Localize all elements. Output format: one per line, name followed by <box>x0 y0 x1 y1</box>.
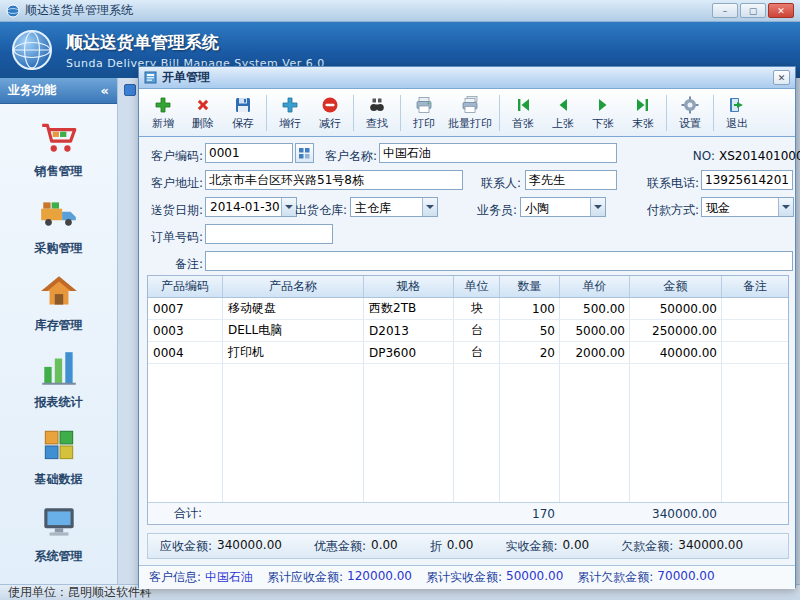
delivery-date-label: 送货日期: <box>145 200 203 220</box>
salesman-label: 业务员: <box>469 200 517 220</box>
sidebar-item-basedata[interactable]: 基础数据 <box>9 418 109 495</box>
dialog-close-button[interactable]: ✕ <box>773 70 790 85</box>
toolbar-add-row-button[interactable]: 增行 <box>270 92 310 134</box>
warehouse-select[interactable]: 主仓库 <box>350 197 438 217</box>
toolbar-next-button[interactable]: 下张 <box>583 92 623 134</box>
total-quantity: 170 <box>500 503 560 524</box>
window-title: 顺达送货单管理系统 <box>25 2 133 19</box>
sidebar-item-reports[interactable]: 报表统计 <box>9 341 109 418</box>
delete-icon <box>193 95 213 115</box>
statusbar-company-text: 使用单位：昆明顺达软件科 <box>8 584 152 600</box>
grid-lookup-icon <box>299 148 310 159</box>
customer-name-input[interactable] <box>379 143 617 163</box>
summary-label: 实收金额: <box>505 538 557 555</box>
table-row[interactable]: 0004 打印机 DP3600 台 20 2000.00 40000.00 <box>148 342 788 364</box>
dialog-titlebar: 开单管理 ✕ <box>139 67 795 89</box>
toolbar-print-button[interactable]: 打印 <box>404 92 444 134</box>
bill-form: 客户编码: 客户名称: NO: XS2014010001 客户地址: 联系人: … <box>139 137 795 275</box>
status-segment: 累计应收金额: 120000.00 <box>267 569 412 586</box>
sidebar-item-system[interactable]: 系统管理 <box>9 495 109 572</box>
close-button[interactable]: ✕ <box>768 3 794 18</box>
column-header: 金额 <box>630 276 722 297</box>
sidebar-item-inventory[interactable]: 库存管理 <box>9 264 109 341</box>
column-header: 数量 <box>500 276 560 297</box>
form-icon <box>144 71 157 84</box>
toolbar-first-button[interactable]: 首张 <box>503 92 543 134</box>
cell-unit: 台 <box>454 342 500 363</box>
toolbar-save-button[interactable]: 保存 <box>223 92 263 134</box>
summary-label: 折 <box>430 538 442 555</box>
contact-input[interactable] <box>525 170 617 190</box>
customer-code-input[interactable] <box>205 143 293 163</box>
cell-quantity: 20 <box>500 342 560 363</box>
find-icon <box>367 95 387 115</box>
toolbar-batch-print-button[interactable]: 批量打印 <box>444 92 496 134</box>
status-label: 客户信息: <box>149 569 201 586</box>
status-label: 累计应收金额: <box>267 569 343 586</box>
summary-value: 0.00 <box>371 538 398 555</box>
cell-remark <box>722 298 788 319</box>
cell-remark <box>722 320 788 341</box>
sidebar-title: 业务功能 <box>8 82 56 99</box>
toolbar-remove-row-button[interactable]: 减行 <box>310 92 350 134</box>
toolbar-separator <box>353 95 354 131</box>
toolbar-prev-button[interactable]: 上张 <box>543 92 583 134</box>
sidebar-collapse-button[interactable]: « <box>101 83 109 98</box>
customer-address-input[interactable] <box>205 170 463 190</box>
cell-amount: 50000.00 <box>630 298 722 319</box>
cell-unit: 块 <box>454 298 500 319</box>
window-controls: – ▢ ✕ <box>712 3 794 18</box>
computer-icon <box>38 502 80 544</box>
delivery-date-picker[interactable]: 2014-01-30 <box>205 197 297 217</box>
order-no-label: 订单号码: <box>145 227 203 247</box>
maximize-button[interactable]: ▢ <box>740 3 766 18</box>
sidebar-items: 销售管理 采购管理 库存管理 报表统计 <box>0 104 117 572</box>
column-header: 单位 <box>454 276 500 297</box>
cell-spec: DP3600 <box>364 342 454 363</box>
order-no-input[interactable] <box>205 224 333 244</box>
payment-label: 付款方式: <box>637 200 699 220</box>
phone-label: 联系电话: <box>637 173 699 193</box>
status-value: 70000.00 <box>657 569 714 586</box>
sidebar: 业务功能 « 销售管理 采购管理 库存管理 <box>0 78 118 584</box>
column-header: 产品名称 <box>223 276 364 297</box>
settings-icon <box>680 95 700 115</box>
table-body: 0007 移动硬盘 西数2TB 块 100 500.00 50000.00 00… <box>148 298 788 502</box>
prev-record-icon <box>553 95 573 115</box>
remark-input[interactable] <box>205 251 793 271</box>
status-segment: 累计欠款金额: 70000.00 <box>577 569 714 586</box>
status-segment: 客户信息: 中国石油 <box>149 569 253 586</box>
customer-browse-button[interactable] <box>295 143 314 163</box>
salesman-select[interactable]: 小陶 <box>520 197 606 217</box>
column-header: 规格 <box>364 276 454 297</box>
add-row-icon <box>280 95 300 115</box>
summary-item: 欠款金额: 340000.00 <box>621 538 743 555</box>
payment-select[interactable]: 现金 <box>701 197 794 217</box>
cell-quantity: 100 <box>500 298 560 319</box>
sidebar-item-sales[interactable]: 销售管理 <box>9 110 109 187</box>
cell-unit: 台 <box>454 320 500 341</box>
cell-spec: D2013 <box>364 320 454 341</box>
data-cubes-icon <box>38 425 80 467</box>
table-row[interactable]: 0003 DELL电脑 D2013 台 50 5000.00 250000.00 <box>148 320 788 342</box>
toolbar-new-button[interactable]: 新增 <box>143 92 183 134</box>
phone-input[interactable] <box>701 170 793 190</box>
window-titlebar: 顺达送货单管理系统 – ▢ ✕ <box>0 0 800 22</box>
toolbar-delete-button[interactable]: 删除 <box>183 92 223 134</box>
contact-label: 联系人: <box>473 173 521 193</box>
cell-quantity: 50 <box>500 320 560 341</box>
status-segment: 累计实收金额: 50000.00 <box>426 569 563 586</box>
summary-item: 应收金额: 340000.00 <box>160 538 282 555</box>
toolbar-exit-button[interactable]: 退出 <box>717 92 757 134</box>
toolbar-separator <box>400 95 401 131</box>
chevron-down-icon <box>590 198 605 216</box>
sidebar-item-purchase[interactable]: 采购管理 <box>9 187 109 264</box>
toolbar-settings-button[interactable]: 设置 <box>670 92 710 134</box>
warehouse-label: 出货仓库: <box>289 200 347 220</box>
table-row[interactable]: 0007 移动硬盘 西数2TB 块 100 500.00 50000.00 <box>148 298 788 320</box>
toolbar-find-button[interactable]: 查找 <box>357 92 397 134</box>
summary-value: 340000.00 <box>678 538 743 555</box>
toolbar-last-button[interactable]: 末张 <box>623 92 663 134</box>
minimize-button[interactable]: – <box>712 3 738 18</box>
billing-dialog: 开单管理 ✕ 新增 删除 保存 增行 减行 <box>138 66 796 588</box>
